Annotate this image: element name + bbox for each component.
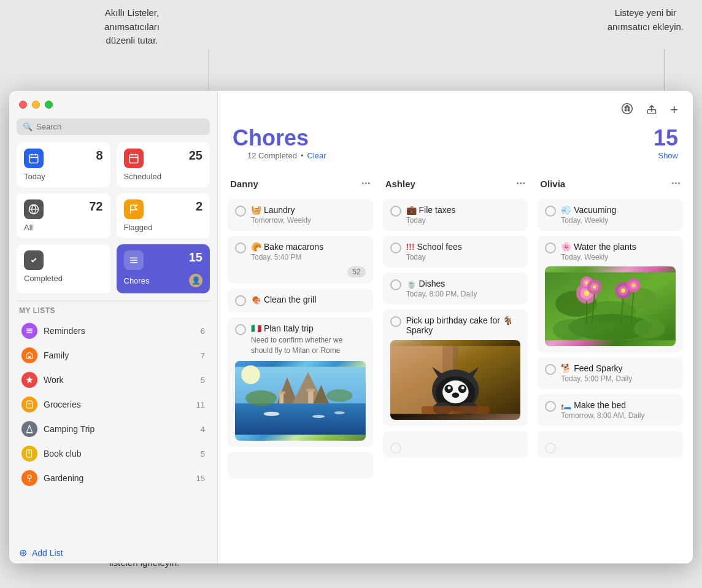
sparky-title: 🐕 Feed Sparky — [561, 363, 676, 373]
vacuum-checkbox[interactable] — [545, 206, 556, 217]
bake-checkbox[interactable] — [235, 242, 246, 253]
clear-link[interactable]: Clear — [307, 151, 326, 160]
svg-rect-41 — [308, 390, 314, 403]
today-icon — [24, 149, 44, 168]
svg-rect-0 — [29, 155, 38, 163]
cake-image — [390, 340, 521, 420]
vacuum-title: 💨 Vacuuming — [561, 205, 676, 215]
list-item-work[interactable]: Work 5 — [12, 368, 215, 392]
smart-list-all[interactable]: 72 All — [17, 193, 110, 238]
plants-checkbox[interactable] — [545, 242, 556, 253]
olivia-more-button[interactable]: ··· — [671, 177, 681, 190]
task-feed-sparky[interactable]: 🐕 Feed Sparky Today, 5:00 PM, Daily — [538, 357, 683, 389]
chores-count: 15 — [189, 250, 202, 265]
chores-avatar: 👤 — [189, 274, 202, 287]
task-birthday-cake[interactable]: Pick up birthday cake for 🐐 Sparky — [383, 309, 528, 426]
dishes-meta: Today, 8:00 PM, Daily — [406, 290, 521, 298]
chores-label: Chores — [124, 276, 150, 285]
list-item-family[interactable]: Family 7 — [12, 343, 215, 368]
maximize-button[interactable] — [45, 101, 53, 109]
danny-more-button[interactable]: ··· — [361, 177, 371, 190]
sidebar-divider — [17, 301, 210, 301]
svg-point-58 — [461, 386, 464, 389]
grill-checkbox[interactable] — [235, 295, 246, 306]
completed-icon — [24, 250, 44, 270]
work-name: Work — [44, 375, 201, 385]
appearance-button[interactable] — [619, 100, 636, 120]
camping-name: Camping Trip — [44, 424, 201, 434]
columns-container: Danny ··· 🧺 Laundry Tomorrow, Weekly — [218, 175, 693, 563]
laundry-meta: Tomorrow, Weekly — [251, 216, 366, 225]
svg-point-77 — [593, 285, 596, 288]
task-laundry[interactable]: 🧺 Laundry Tomorrow, Weekly — [228, 199, 373, 231]
task-clean-grill[interactable]: 🍖 Clean the grill — [228, 288, 373, 312]
olivia-empty-checkbox[interactable] — [545, 443, 556, 454]
svg-point-43 — [245, 390, 277, 406]
list-count-header: 15 Show — [654, 125, 678, 160]
fees-checkbox[interactable] — [390, 242, 401, 253]
family-icon — [21, 347, 37, 363]
my-lists-label: My Lists — [9, 306, 217, 319]
svg-point-31 — [628, 109, 630, 111]
svg-rect-35 — [235, 403, 366, 435]
task-school-fees[interactable]: !!! School fees Today — [383, 236, 528, 268]
task-bake-macarons[interactable]: 🥐 Bake macarons Today, 5:40 PM 52 — [228, 236, 373, 284]
add-reminder-button[interactable]: + — [668, 99, 681, 120]
trip-checkbox[interactable] — [235, 324, 246, 335]
laundry-checkbox[interactable] — [235, 206, 246, 217]
add-list-row[interactable]: ⊕ Add List — [9, 542, 217, 563]
danny-empty-card — [228, 452, 373, 479]
task-water-plants[interactable]: 🌸 Water the plants Today, Weekly — [538, 236, 683, 352]
list-item-bookclub[interactable]: Book club 5 — [12, 441, 215, 466]
vacuum-meta: Today, Weekly — [561, 216, 676, 225]
search-bar[interactable]: 🔍 — [17, 118, 210, 135]
bake-badge: 52 — [347, 266, 365, 277]
list-item-camping[interactable]: Camping Trip 4 — [12, 417, 215, 441]
sparky-checkbox[interactable] — [545, 364, 556, 375]
cake-checkbox[interactable] — [390, 316, 401, 327]
fees-title: !!! School fees — [406, 242, 521, 252]
fees-meta: Today — [406, 253, 521, 261]
dishes-checkbox[interactable] — [390, 279, 401, 290]
scheduled-icon — [124, 149, 144, 168]
svg-rect-42 — [307, 389, 315, 391]
bed-checkbox[interactable] — [545, 401, 556, 412]
task-plan-trip[interactable]: 🇮🇹 Plan Italy trip Need to confirm wheth… — [228, 317, 373, 447]
taxes-meta: Today — [406, 216, 521, 225]
task-vacuuming[interactable]: 💨 Vacuuming Today, Weekly — [538, 199, 683, 231]
completed-label: Completed — [24, 274, 103, 283]
bake-meta: Today, 5:40 PM — [251, 253, 366, 261]
sparky-meta: Today, 5:00 PM, Daily — [561, 374, 676, 383]
smart-list-today[interactable]: 8 Today — [17, 142, 110, 187]
smart-list-scheduled-top: 25 — [124, 149, 203, 168]
search-input[interactable] — [36, 122, 204, 131]
flagged-label: Flagged — [124, 223, 203, 232]
task-dishes[interactable]: 🍵 Dishes Today, 8:00 PM, Daily — [383, 273, 528, 304]
flagged-icon — [124, 199, 144, 219]
list-item-gardening[interactable]: Gardening 15 — [12, 466, 215, 490]
show-link[interactable]: Show — [654, 151, 678, 160]
gardening-icon — [21, 470, 37, 486]
svg-point-48 — [334, 411, 345, 414]
plants-image — [545, 266, 676, 346]
smart-list-completed[interactable]: Completed — [17, 244, 110, 293]
smart-list-chores[interactable]: 15 Chores 👤 — [117, 244, 210, 293]
laundry-title: 🧺 Laundry — [251, 205, 366, 215]
smart-list-scheduled[interactable]: 25 Scheduled — [117, 142, 210, 187]
smart-list-flagged[interactable]: 2 Flagged — [117, 193, 210, 238]
task-file-taxes[interactable]: 💼 File taxes Today — [383, 199, 528, 231]
share-button[interactable] — [643, 100, 660, 120]
task-make-bed[interactable]: 🛏️ Make the bed Tomorrow, 8:00 AM, Daily — [538, 394, 683, 426]
taxes-checkbox[interactable] — [390, 206, 401, 217]
column-danny: Danny ··· 🧺 Laundry Tomorrow, Weekly — [228, 175, 373, 479]
svg-rect-17 — [28, 356, 31, 358]
close-button[interactable] — [19, 101, 27, 109]
list-item-groceries[interactable]: Groceries 11 — [12, 392, 215, 417]
ashley-empty-checkbox[interactable] — [390, 443, 401, 454]
ashley-more-button[interactable]: ··· — [516, 177, 525, 190]
olivia-column-name: Olivia — [540, 179, 565, 189]
minimize-button[interactable] — [32, 101, 40, 109]
svg-point-59 — [452, 392, 459, 398]
groceries-count: 11 — [196, 400, 205, 409]
list-item-reminders[interactable]: Reminders 6 — [12, 319, 215, 343]
